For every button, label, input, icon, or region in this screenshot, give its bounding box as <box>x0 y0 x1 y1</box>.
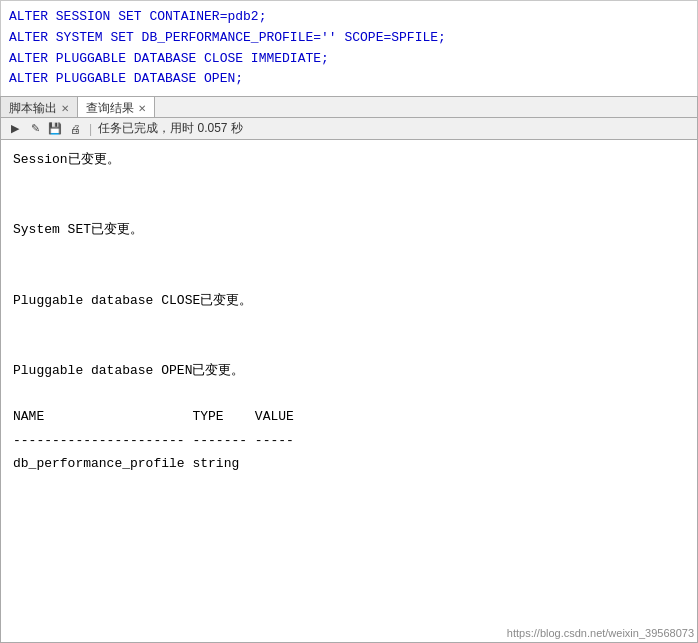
code-text-2: ALTER SYSTEM SET DB_PERFORMANCE_PROFILE=… <box>9 30 446 45</box>
code-text-3: ALTER PLUGGABLE DATABASE CLOSE IMMEDIATE… <box>9 51 329 66</box>
edit-icon[interactable]: ✎ <box>27 121 43 137</box>
tab-strip: 脚本输出 ✕ 查询结果 ✕ <box>1 97 697 117</box>
output-empty-6 <box>13 335 685 358</box>
output-line-pluggable-close: Pluggable database CLOSE已变更。 <box>13 289 685 312</box>
code-text-4: ALTER PLUGGABLE DATABASE OPEN; <box>9 71 243 86</box>
code-text-1: ALTER SESSION SET CONTAINER=pdb2; <box>9 9 266 24</box>
output-line-separator: ---------------------- ------- ----- <box>13 429 685 452</box>
output-line-db-profile: db_performance_profile string <box>13 452 685 475</box>
tab-query-results[interactable]: 查询结果 ✕ <box>78 97 155 117</box>
output-empty-3 <box>13 242 685 265</box>
tab-script-output[interactable]: 脚本输出 ✕ <box>1 97 78 117</box>
print-icon[interactable]: 🖨 <box>67 121 83 137</box>
output-empty-4 <box>13 265 685 288</box>
main-wrapper: ALTER SESSION SET CONTAINER=pdb2; ALTER … <box>0 0 698 643</box>
code-area: ALTER SESSION SET CONTAINER=pdb2; ALTER … <box>0 0 698 96</box>
output-empty-7 <box>13 382 685 405</box>
toolbar-area: 脚本输出 ✕ 查询结果 ✕ <box>0 96 698 118</box>
save-icon[interactable]: 💾 <box>47 121 63 137</box>
tab-script-output-label: 脚本输出 <box>9 100 57 117</box>
tab-script-output-close[interactable]: ✕ <box>61 103 69 114</box>
output-empty-5 <box>13 312 685 335</box>
output-line-system: System SET已变更。 <box>13 218 685 241</box>
output-area: Session已变更。 System SET已变更。 Pluggable dat… <box>0 140 698 643</box>
watermark: https://blog.csdn.net/weixin_39568073 <box>507 627 694 639</box>
output-line-session: Session已变更。 <box>13 148 685 171</box>
output-line-header: NAME TYPE VALUE <box>13 405 685 428</box>
run-icon[interactable]: ▶ <box>7 121 23 137</box>
code-line-4: ALTER PLUGGABLE DATABASE OPEN; <box>9 69 689 90</box>
separator: | <box>89 122 92 136</box>
code-line-1: ALTER SESSION SET CONTAINER=pdb2; <box>9 7 689 28</box>
output-empty-2 <box>13 195 685 218</box>
output-line-pluggable-open: Pluggable database OPEN已变更。 <box>13 359 685 382</box>
output-empty-1 <box>13 172 685 195</box>
status-bar: ▶ ✎ 💾 🖨 | 任务已完成，用时 0.057 秒 <box>0 118 698 140</box>
status-text: 任务已完成，用时 0.057 秒 <box>98 120 243 137</box>
tab-query-results-label: 查询结果 <box>86 100 134 117</box>
code-line-3: ALTER PLUGGABLE DATABASE CLOSE IMMEDIATE… <box>9 49 689 70</box>
tab-query-results-close[interactable]: ✕ <box>138 103 146 114</box>
code-line-2: ALTER SYSTEM SET DB_PERFORMANCE_PROFILE=… <box>9 28 689 49</box>
